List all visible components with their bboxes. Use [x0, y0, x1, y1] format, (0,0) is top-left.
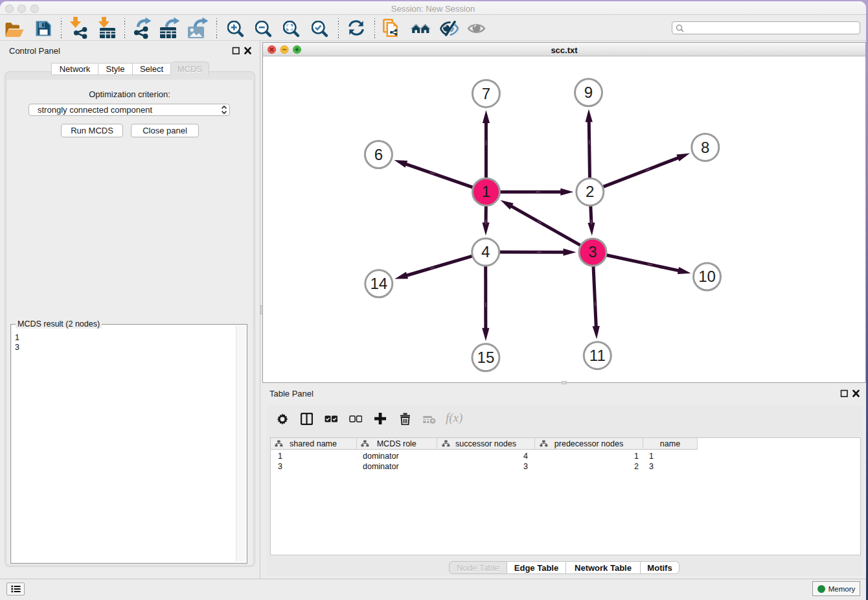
svg-text:6: 6 [374, 146, 383, 163]
svg-text:7: 7 [482, 85, 490, 102]
svg-text:2: 2 [586, 183, 594, 200]
svg-text:4: 4 [481, 243, 490, 260]
svg-text:14: 14 [370, 275, 387, 292]
svg-text:8: 8 [701, 139, 709, 156]
svg-text:9: 9 [584, 84, 593, 101]
svg-text:10: 10 [698, 268, 716, 285]
svg-text:1: 1 [482, 183, 490, 200]
svg-text:15: 15 [477, 349, 495, 366]
svg-text:3: 3 [588, 243, 597, 260]
svg-text:11: 11 [589, 347, 606, 364]
